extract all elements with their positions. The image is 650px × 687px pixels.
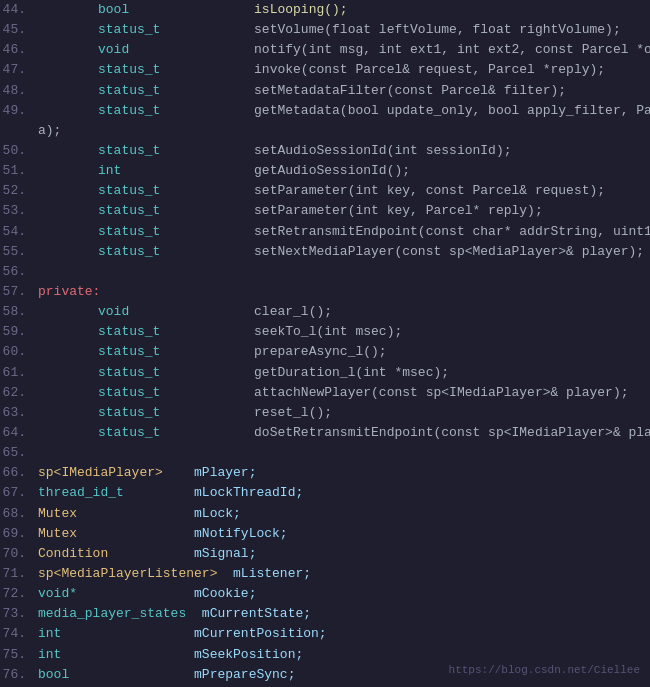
token-type: int: [38, 626, 61, 641]
token-type: thread_id_t: [38, 485, 124, 500]
token-type: Mutex: [38, 506, 77, 521]
code-line: 55.status_t setNextMediaPlayer(const sp<…: [0, 242, 650, 262]
line-number: 50.: [0, 141, 38, 161]
code-line: 72.void* mCookie;: [0, 584, 650, 604]
token-name: reset_l();: [254, 405, 332, 420]
code-line: 73.media_player_states mCurrentState;: [0, 604, 650, 624]
token-type: sp<IMediaPlayer>: [38, 465, 163, 480]
code-line: 59.status_t seekTo_l(int msec);: [0, 322, 650, 342]
code-line: 66.sp<IMediaPlayer> mPlayer;: [0, 463, 650, 483]
token-name: notify(int msg, int ext1, int ext2, cons…: [254, 42, 650, 57]
line-content: int mCurrentPosition;: [38, 624, 327, 644]
token-type: status_t: [98, 365, 160, 380]
line-content: void clear_l();: [38, 302, 332, 322]
token-name: attachNewPlayer(const sp<IMediaPlayer>& …: [254, 385, 628, 400]
line-content: status_t setParameter(int key, Parcel* r…: [38, 201, 543, 221]
token-name: mSeekPosition;: [194, 647, 303, 662]
line-number: 73.: [0, 604, 38, 624]
code-line: 44.bool isLooping();: [0, 0, 650, 20]
token-type: status_t: [98, 425, 160, 440]
token-name: mNotifyLock;: [194, 526, 288, 541]
line-content: status_t setRetransmitEndpoint(const cha…: [38, 222, 650, 242]
code-line: 64.status_t doSetRetransmitEndpoint(cons…: [0, 423, 650, 443]
token-type: status_t: [98, 324, 160, 339]
line-number: 44.: [0, 0, 38, 20]
token-type: a);: [38, 123, 61, 138]
line-number: 64.: [0, 423, 38, 443]
line-content: int mSeekPosition;: [38, 645, 303, 665]
code-line: 60.status_t prepareAsync_l();: [0, 342, 650, 362]
line-content: status_t getMetadata(bool update_only, b…: [38, 101, 650, 121]
code-editor: 44.bool isLooping();45.status_t setVolum…: [0, 0, 650, 687]
token-name: mCurrentPosition;: [194, 626, 327, 641]
line-content: status_t doSetRetransmitEndpoint(const s…: [38, 423, 650, 443]
line-content: Condition mSignal;: [38, 544, 256, 564]
line-content: sp<MediaPlayerListener> mListener;: [38, 564, 311, 584]
line-number: 55.: [0, 242, 38, 262]
line-content: status_t setMetadataFilter(const Parcel&…: [38, 81, 566, 101]
token-type: void: [98, 42, 129, 57]
line-content: int getAudioSessionId();: [38, 161, 410, 181]
token-name: mCurrentState;: [202, 606, 311, 621]
token-type: int: [38, 647, 61, 662]
code-line: 62.status_t attachNewPlayer(const sp<IMe…: [0, 383, 650, 403]
line-number: 56.: [0, 262, 38, 282]
token-name: seekTo_l(int msec);: [254, 324, 402, 339]
line-number: 70.: [0, 544, 38, 564]
token-name: mPlayer;: [194, 465, 256, 480]
code-line: 63.status_t reset_l();: [0, 403, 650, 423]
line-number: 45.: [0, 20, 38, 40]
line-content: media_player_states mCurrentState;: [38, 604, 311, 624]
code-line: 68.Mutex mLock;: [0, 504, 650, 524]
line-content: status_t seekTo_l(int msec);: [38, 322, 402, 342]
line-content: Mutex mLock;: [38, 504, 241, 524]
line-number: 58.: [0, 302, 38, 322]
token-name: getDuration_l(int *msec);: [254, 365, 449, 380]
line-number: 75.: [0, 645, 38, 665]
line-number: 47.: [0, 60, 38, 80]
line-number: 59.: [0, 322, 38, 342]
token-type: int: [98, 163, 121, 178]
line-content: void notify(int msg, int ext1, int ext2,…: [38, 40, 650, 60]
code-line: 54.status_t setRetransmitEndpoint(const …: [0, 222, 650, 242]
line-content: void* mCookie;: [38, 584, 256, 604]
code-line: 45.status_t setVolume(float leftVolume, …: [0, 20, 650, 40]
line-number: 62.: [0, 383, 38, 403]
line-number: 49.: [0, 101, 38, 121]
line-content: status_t invoke(const Parcel& request, P…: [38, 60, 605, 80]
token-name: getMetadata(bool update_only, bool apply…: [254, 103, 650, 118]
code-line: 67.thread_id_t mLockThreadId;: [0, 483, 650, 503]
token-name: mPrepareSync;: [194, 667, 295, 682]
watermark: https://blog.csdn.net/Ciellee: [449, 662, 640, 679]
code-line: 47.status_t invoke(const Parcel& request…: [0, 60, 650, 80]
code-line: 50.status_t setAudioSessionId(int sessio…: [0, 141, 650, 161]
line-content: thread_id_t mLockThreadId;: [38, 483, 303, 503]
token-type: status_t: [98, 62, 160, 77]
code-line: 49.status_t getMetadata(bool update_only…: [0, 101, 650, 121]
line-number: 66.: [0, 463, 38, 483]
code-line: 65.: [0, 443, 650, 463]
line-content: status_t setAudioSessionId(int sessionId…: [38, 141, 512, 161]
token-type: Mutex: [38, 526, 77, 541]
line-content: status_t setParameter(int key, const Par…: [38, 181, 605, 201]
code-line: 53.status_t setParameter(int key, Parcel…: [0, 201, 650, 221]
line-content: bool mPrepareSync;: [38, 665, 295, 685]
token-name: setParameter(int key, const Parcel& requ…: [254, 183, 605, 198]
token-type: status_t: [98, 244, 160, 259]
token-type: status_t: [98, 143, 160, 158]
token-name: mSignal;: [194, 546, 256, 561]
line-content: private:: [38, 282, 100, 302]
line-number: 65.: [0, 443, 38, 463]
line-content: status_t attachNewPlayer(const sp<IMedia…: [38, 383, 629, 403]
code-line: 58.void clear_l();: [0, 302, 650, 322]
token-name: setMetadataFilter(const Parcel& filter);: [254, 83, 566, 98]
line-number: 51.: [0, 161, 38, 181]
code-line: 71.sp<MediaPlayerListener> mListener;: [0, 564, 650, 584]
code-line: a);: [0, 121, 650, 141]
token-type: void*: [38, 586, 77, 601]
code-line: 51.int getAudioSessionId();: [0, 161, 650, 181]
code-line: 56.: [0, 262, 650, 282]
line-number: 69.: [0, 524, 38, 544]
token-type: bool: [38, 667, 69, 682]
line-content: status_t reset_l();: [38, 403, 332, 423]
